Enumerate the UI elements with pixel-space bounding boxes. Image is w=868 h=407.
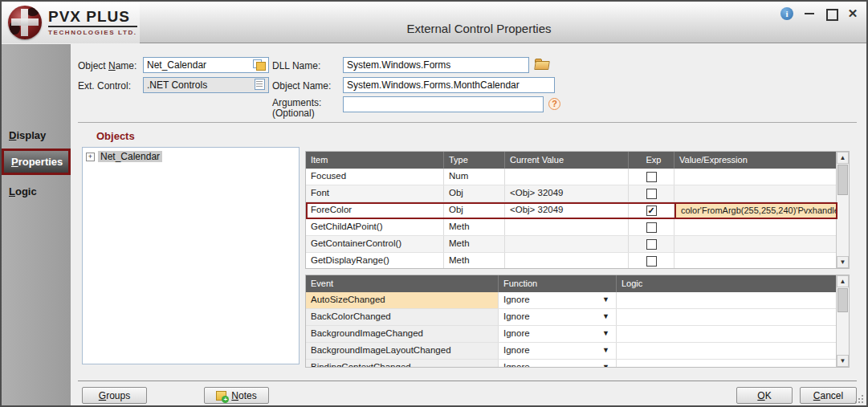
event-row-autosizechanged[interactable]: AutoSizeChanged Ignore▼: [306, 292, 837, 309]
function-dropdown[interactable]: Ignore▼: [499, 292, 617, 308]
dll-name-input[interactable]: [343, 57, 529, 73]
events-scrollbar[interactable]: ▲ ▼: [836, 275, 849, 367]
function-dropdown[interactable]: Ignore▼: [499, 343, 617, 359]
event-logic[interactable]: [617, 326, 837, 342]
prop-type: Num: [444, 169, 505, 185]
events-table: Event Function Logic AutoSizeChanged Ign…: [305, 275, 850, 368]
scrollbar-thumb[interactable]: [837, 165, 848, 195]
prop-value[interactable]: [674, 219, 837, 235]
exp-checkbox-checked[interactable]: ✓: [646, 206, 657, 216]
exp-checkbox[interactable]: [646, 172, 657, 182]
property-row-forecolor[interactable]: ForeColor Obj <Obj> 32049 ✓ color'FromAr…: [306, 202, 837, 219]
open-folder-icon[interactable]: [535, 59, 551, 71]
window-title: External Control Properties: [140, 22, 818, 35]
function-dropdown[interactable]: Ignore▼: [499, 360, 617, 368]
chevron-down-icon[interactable]: ▼: [602, 295, 609, 303]
titlebar: PVX PLUS TECHNOLOGIES LTD. External Cont…: [2, 2, 866, 43]
class-name-input[interactable]: [343, 77, 555, 93]
scroll-down-icon[interactable]: ▼: [837, 256, 849, 268]
tree-item-label: Net_Calendar: [98, 151, 162, 162]
prop-item: GetContainerControl(): [306, 236, 444, 252]
tree-expander-icon[interactable]: +: [86, 153, 95, 161]
property-row-font[interactable]: Font Obj <Obj> 32049: [306, 185, 837, 202]
event-name: AutoSizeChanged: [306, 292, 499, 308]
prop-item: ForeColor: [306, 202, 444, 218]
chevron-down-icon[interactable]: ▼: [602, 329, 609, 337]
event-logic[interactable]: [617, 360, 837, 368]
prop-value[interactable]: [674, 185, 837, 201]
event-row-backcolorchanged[interactable]: BackColorChanged Ignore▼: [306, 309, 837, 326]
prop-value[interactable]: [674, 253, 837, 269]
sidebar-item-logic[interactable]: Logic: [2, 182, 71, 201]
prop-value[interactable]: [674, 169, 837, 185]
exp-checkbox[interactable]: [646, 189, 657, 199]
sidebar-item-properties[interactable]: Properties: [2, 149, 71, 175]
scroll-up-icon[interactable]: ▲: [837, 152, 849, 164]
arguments-optional-label: (Optional): [272, 108, 315, 119]
minimize-icon[interactable]: [804, 8, 815, 19]
exp-checkbox[interactable]: [646, 256, 657, 267]
col-item: Item: [306, 152, 444, 169]
paste-list-icon[interactable]: [254, 79, 267, 91]
property-row-getdisplayrange[interactable]: GetDisplayRange() Meth: [306, 253, 837, 269]
event-name: BindingContextChanged: [306, 360, 499, 368]
objects-panel-title: Objects: [96, 130, 135, 142]
col-function: Function: [499, 275, 617, 292]
ok-button[interactable]: OK: [736, 387, 793, 404]
prop-current-value: [505, 169, 629, 185]
ext-control-input[interactable]: [143, 77, 269, 93]
arguments-input[interactable]: [343, 96, 544, 112]
prop-type: Meth: [444, 253, 505, 269]
chevron-down-icon[interactable]: ▼: [602, 363, 609, 368]
event-name: BackColorChanged: [306, 309, 499, 325]
close-icon[interactable]: ✕: [847, 8, 858, 19]
footer-separator: [78, 381, 857, 381]
brand-name: PVX PLUS: [48, 9, 137, 27]
property-row-getcontainercontrol[interactable]: GetContainerControl() Meth: [306, 236, 837, 253]
prop-current-value: <Obj> 32049: [505, 202, 629, 218]
property-row-getchildatpoint[interactable]: GetChildAtPoint() Meth: [306, 219, 837, 236]
event-row-bindingcontextchanged[interactable]: BindingContextChanged Ignore▼: [306, 360, 837, 368]
prop-item: GetChildAtPoint(): [306, 219, 444, 235]
scroll-up-icon[interactable]: ▲: [837, 275, 849, 287]
prop-value-expression[interactable]: color'FromArgb(255,255,240)'Pvxhandle$: [674, 202, 837, 219]
exp-checkbox[interactable]: [646, 222, 657, 233]
sidebar-item-display[interactable]: Display: [2, 126, 71, 144]
resize-grip[interactable]: [854, 393, 863, 403]
sidebar: Display Properties Logic: [2, 44, 71, 405]
function-dropdown[interactable]: Ignore▼: [499, 326, 617, 342]
event-logic[interactable]: [617, 309, 837, 325]
form-separator: [78, 122, 857, 123]
chevron-down-icon[interactable]: ▼: [602, 312, 609, 320]
prop-current-value: <Obj> 32049: [505, 185, 629, 201]
object-name-input[interactable]: [143, 57, 269, 73]
copy-name-icon[interactable]: [253, 59, 267, 71]
properties-scrollbar[interactable]: ▲ ▼: [836, 152, 849, 268]
notes-button[interactable]: + Notes: [204, 387, 269, 404]
notes-button-label: Notes: [231, 390, 256, 401]
event-name: BackgroundImageLayoutChanged: [306, 343, 499, 359]
scroll-down-icon[interactable]: ▼: [837, 355, 849, 367]
help-question-icon[interactable]: ?: [548, 98, 560, 110]
external-control-properties-window: PVX PLUS TECHNOLOGIES LTD. External Cont…: [0, 0, 868, 407]
scrollbar-thumb[interactable]: [837, 288, 848, 312]
prop-value[interactable]: [674, 236, 837, 252]
event-logic[interactable]: [617, 343, 837, 359]
chevron-down-icon[interactable]: ▼: [602, 346, 609, 354]
property-row-focused[interactable]: Focused Num: [306, 169, 837, 185]
note-icon: +: [216, 391, 226, 401]
info-icon[interactable]: i: [780, 7, 793, 20]
class-name-label: Object Name:: [272, 80, 331, 92]
prop-item: Font: [306, 185, 444, 201]
pvx-globe-icon: [8, 6, 42, 39]
exp-checkbox[interactable]: [646, 239, 657, 250]
maximize-icon[interactable]: [825, 8, 837, 19]
event-row-backgroundimagechanged[interactable]: BackgroundImageChanged Ignore▼: [306, 326, 837, 343]
groups-button[interactable]: Groups: [82, 387, 147, 404]
event-logic[interactable]: [617, 292, 837, 308]
tree-item-net-calendar[interactable]: + Net_Calendar: [83, 148, 299, 164]
prop-type: Obj: [444, 202, 505, 218]
function-dropdown[interactable]: Ignore▼: [499, 309, 617, 325]
event-row-backgroundimagelayoutchanged[interactable]: BackgroundImageLayoutChanged Ignore▼: [306, 343, 837, 360]
cancel-button[interactable]: Cancel: [800, 387, 857, 404]
